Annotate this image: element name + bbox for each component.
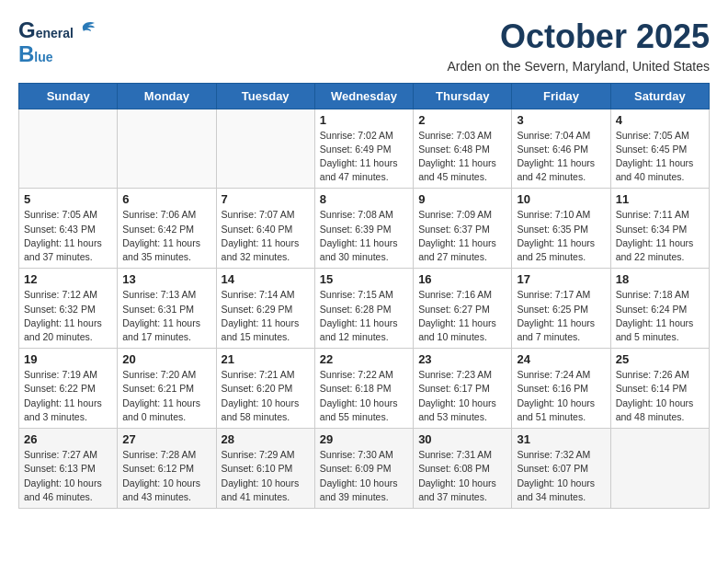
day-number: 15 bbox=[320, 272, 408, 286]
logo-eneral: eneral bbox=[36, 27, 74, 40]
logo-b: B bbox=[18, 42, 34, 66]
calendar-week-row: 26Sunrise: 7:27 AMSunset: 6:13 PMDayligh… bbox=[19, 429, 710, 509]
col-wednesday: Wednesday bbox=[314, 83, 413, 109]
day-number: 29 bbox=[320, 432, 408, 446]
day-info: Sunrise: 7:03 AMSunset: 6:48 PMDaylight:… bbox=[418, 129, 506, 185]
calendar-day-cell: 8Sunrise: 7:08 AMSunset: 6:39 PMDaylight… bbox=[314, 189, 413, 269]
col-monday: Monday bbox=[118, 83, 216, 109]
calendar-day-cell: 15Sunrise: 7:15 AMSunset: 6:28 PMDayligh… bbox=[314, 269, 413, 349]
day-info: Sunrise: 7:27 AMSunset: 6:13 PMDaylight:… bbox=[24, 448, 112, 504]
day-number: 31 bbox=[517, 432, 605, 446]
day-info: Sunrise: 7:10 AMSunset: 6:35 PMDaylight:… bbox=[517, 208, 605, 264]
day-number: 13 bbox=[122, 272, 210, 286]
day-info: Sunrise: 7:32 AMSunset: 6:07 PMDaylight:… bbox=[517, 448, 605, 504]
calendar-day-cell: 27Sunrise: 7:28 AMSunset: 6:12 PMDayligh… bbox=[118, 429, 216, 509]
day-number: 1 bbox=[320, 113, 408, 127]
day-info: Sunrise: 7:08 AMSunset: 6:39 PMDaylight:… bbox=[320, 208, 408, 264]
day-number: 28 bbox=[222, 432, 310, 446]
col-tuesday: Tuesday bbox=[216, 83, 314, 109]
day-info: Sunrise: 7:29 AMSunset: 6:10 PMDaylight:… bbox=[222, 448, 310, 504]
calendar-day-cell: 29Sunrise: 7:30 AMSunset: 6:09 PMDayligh… bbox=[314, 429, 413, 509]
day-info: Sunrise: 7:17 AMSunset: 6:25 PMDaylight:… bbox=[517, 288, 605, 344]
calendar-day-cell: 19Sunrise: 7:19 AMSunset: 6:22 PMDayligh… bbox=[19, 349, 118, 429]
calendar-day-cell: 10Sunrise: 7:10 AMSunset: 6:35 PMDayligh… bbox=[512, 189, 610, 269]
day-number: 3 bbox=[517, 113, 605, 127]
logo-g: G bbox=[18, 18, 36, 42]
day-info: Sunrise: 7:14 AMSunset: 6:29 PMDaylight:… bbox=[222, 288, 310, 344]
day-number: 4 bbox=[616, 113, 704, 127]
day-info: Sunrise: 7:09 AMSunset: 6:37 PMDaylight:… bbox=[418, 208, 506, 264]
day-number: 23 bbox=[418, 352, 506, 366]
day-info: Sunrise: 7:26 AMSunset: 6:14 PMDaylight:… bbox=[616, 368, 704, 424]
calendar-day-cell bbox=[610, 429, 709, 509]
day-number: 11 bbox=[616, 192, 704, 206]
day-number: 6 bbox=[122, 192, 210, 206]
day-info: Sunrise: 7:07 AMSunset: 6:40 PMDaylight:… bbox=[222, 208, 310, 264]
calendar-week-row: 19Sunrise: 7:19 AMSunset: 6:22 PMDayligh… bbox=[19, 349, 710, 429]
day-info: Sunrise: 7:05 AMSunset: 6:43 PMDaylight:… bbox=[24, 208, 112, 264]
calendar-day-cell: 28Sunrise: 7:29 AMSunset: 6:10 PMDayligh… bbox=[216, 429, 314, 509]
calendar-day-cell: 30Sunrise: 7:31 AMSunset: 6:08 PMDayligh… bbox=[414, 429, 512, 509]
day-number: 2 bbox=[418, 113, 506, 127]
day-info: Sunrise: 7:16 AMSunset: 6:27 PMDaylight:… bbox=[418, 288, 506, 344]
calendar-day-cell: 4Sunrise: 7:05 AMSunset: 6:45 PMDaylight… bbox=[610, 109, 709, 189]
day-info: Sunrise: 7:04 AMSunset: 6:46 PMDaylight:… bbox=[517, 129, 605, 185]
calendar-day-cell: 11Sunrise: 7:11 AMSunset: 6:34 PMDayligh… bbox=[610, 189, 709, 269]
calendar-day-cell: 26Sunrise: 7:27 AMSunset: 6:13 PMDayligh… bbox=[19, 429, 118, 509]
calendar-day-cell: 24Sunrise: 7:24 AMSunset: 6:16 PMDayligh… bbox=[512, 349, 610, 429]
day-number: 10 bbox=[517, 192, 605, 206]
calendar-day-cell: 9Sunrise: 7:09 AMSunset: 6:37 PMDaylight… bbox=[414, 189, 512, 269]
day-number: 21 bbox=[222, 352, 310, 366]
logo-lue: lue bbox=[34, 51, 52, 64]
calendar-day-cell: 25Sunrise: 7:26 AMSunset: 6:14 PMDayligh… bbox=[610, 349, 709, 429]
day-number: 8 bbox=[320, 192, 408, 206]
calendar-day-cell: 1Sunrise: 7:02 AMSunset: 6:49 PMDaylight… bbox=[314, 109, 413, 189]
day-number: 12 bbox=[24, 272, 112, 286]
calendar-day-cell: 3Sunrise: 7:04 AMSunset: 6:46 PMDaylight… bbox=[512, 109, 610, 189]
col-thursday: Thursday bbox=[414, 83, 512, 109]
logo: G eneral B lue bbox=[18, 18, 97, 67]
calendar-day-cell: 17Sunrise: 7:17 AMSunset: 6:25 PMDayligh… bbox=[512, 269, 610, 349]
day-info: Sunrise: 7:18 AMSunset: 6:24 PMDaylight:… bbox=[616, 288, 704, 344]
day-number: 19 bbox=[24, 352, 112, 366]
calendar-day-cell: 12Sunrise: 7:12 AMSunset: 6:32 PMDayligh… bbox=[19, 269, 118, 349]
day-info: Sunrise: 7:24 AMSunset: 6:16 PMDaylight:… bbox=[517, 368, 605, 424]
day-number: 26 bbox=[24, 432, 112, 446]
day-number: 5 bbox=[24, 192, 112, 206]
day-info: Sunrise: 7:19 AMSunset: 6:22 PMDaylight:… bbox=[24, 368, 112, 424]
calendar-day-cell bbox=[216, 109, 314, 189]
day-info: Sunrise: 7:22 AMSunset: 6:18 PMDaylight:… bbox=[320, 368, 408, 424]
calendar-day-cell: 22Sunrise: 7:22 AMSunset: 6:18 PMDayligh… bbox=[314, 349, 413, 429]
col-sunday: Sunday bbox=[19, 83, 118, 109]
day-number: 7 bbox=[222, 192, 310, 206]
calendar-day-cell: 16Sunrise: 7:16 AMSunset: 6:27 PMDayligh… bbox=[414, 269, 512, 349]
calendar-day-cell: 31Sunrise: 7:32 AMSunset: 6:07 PMDayligh… bbox=[512, 429, 610, 509]
day-number: 16 bbox=[418, 272, 506, 286]
day-number: 18 bbox=[616, 272, 704, 286]
calendar-day-cell bbox=[118, 109, 216, 189]
day-number: 20 bbox=[122, 352, 210, 366]
calendar-day-cell: 18Sunrise: 7:18 AMSunset: 6:24 PMDayligh… bbox=[610, 269, 709, 349]
calendar-week-row: 12Sunrise: 7:12 AMSunset: 6:32 PMDayligh… bbox=[19, 269, 710, 349]
calendar-day-cell: 7Sunrise: 7:07 AMSunset: 6:40 PMDaylight… bbox=[216, 189, 314, 269]
day-number: 22 bbox=[320, 352, 408, 366]
day-number: 24 bbox=[517, 352, 605, 366]
calendar-header: G eneral B lue October 2025 Arden on the… bbox=[18, 18, 710, 74]
calendar-day-cell: 6Sunrise: 7:06 AMSunset: 6:42 PMDaylight… bbox=[118, 189, 216, 269]
location-title: Arden on the Severn, Maryland, United St… bbox=[447, 59, 710, 74]
calendar-day-cell: 13Sunrise: 7:13 AMSunset: 6:31 PMDayligh… bbox=[118, 269, 216, 349]
day-info: Sunrise: 7:11 AMSunset: 6:34 PMDaylight:… bbox=[616, 208, 704, 264]
logo-bird-icon bbox=[76, 21, 97, 38]
calendar-day-cell: 23Sunrise: 7:23 AMSunset: 6:17 PMDayligh… bbox=[414, 349, 512, 429]
col-friday: Friday bbox=[512, 83, 610, 109]
day-info: Sunrise: 7:20 AMSunset: 6:21 PMDaylight:… bbox=[122, 368, 210, 424]
day-info: Sunrise: 7:28 AMSunset: 6:12 PMDaylight:… bbox=[122, 448, 210, 504]
day-info: Sunrise: 7:30 AMSunset: 6:09 PMDaylight:… bbox=[320, 448, 408, 504]
day-info: Sunrise: 7:23 AMSunset: 6:17 PMDaylight:… bbox=[418, 368, 506, 424]
day-info: Sunrise: 7:13 AMSunset: 6:31 PMDaylight:… bbox=[122, 288, 210, 344]
day-number: 17 bbox=[517, 272, 605, 286]
day-number: 9 bbox=[418, 192, 506, 206]
calendar-day-cell: 2Sunrise: 7:03 AMSunset: 6:48 PMDaylight… bbox=[414, 109, 512, 189]
day-info: Sunrise: 7:05 AMSunset: 6:45 PMDaylight:… bbox=[616, 129, 704, 185]
day-number: 30 bbox=[418, 432, 506, 446]
